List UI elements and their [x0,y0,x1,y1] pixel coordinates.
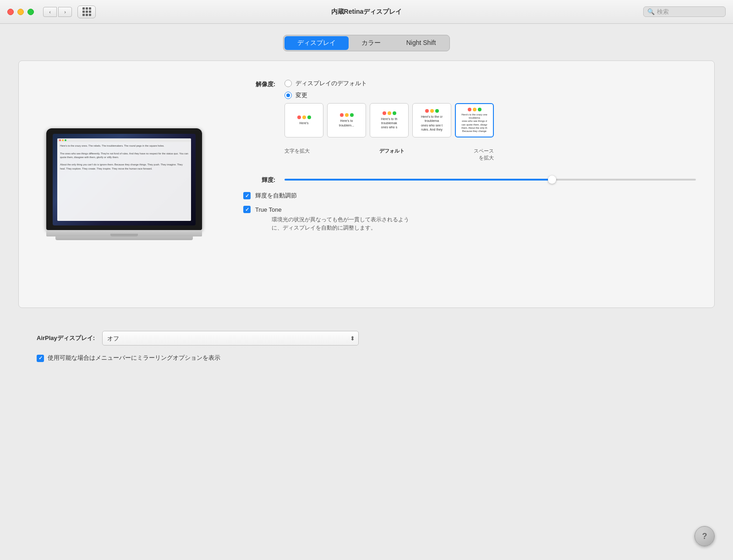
bottom-section: AirPlayディスプレイ: オフ ⬍ ✓ 使用可能な場合はメニューバーにミラー… [18,322,715,371]
res-thumb-2-text: Here's totroublem... [339,119,354,127]
help-button[interactable]: ? [695,526,715,546]
forward-button[interactable]: › [58,7,72,17]
res-thumb-3[interactable]: Here's to thtroublemakones who s [370,103,409,137]
search-input[interactable] [657,8,712,15]
res-thumb-1[interactable]: Here's [284,103,323,137]
resolution-section: 解像度: ディスプレイのデフォルト 変更 [239,79,696,161]
resolution-change-option[interactable]: 変更 [284,91,494,99]
forward-icon: › [64,9,66,15]
brightness-slider[interactable] [284,179,696,181]
resolution-radio-group: ディスプレイのデフォルト 変更 Here's [284,79,494,161]
titlebar: ‹ › 内蔵Retinaディスプレイ 🔍 [0,0,733,24]
true-tone-row: ✓ True Tone 環境光の状況が異なっても色が一貫して表示されるように、デ… [239,205,696,232]
airplay-row: AirPlayディスプレイ: オフ ⬍ [37,331,696,346]
res-thumb-5[interactable]: Here's to the crazy onetroublemaones who… [455,103,494,137]
minimize-button[interactable] [17,9,24,15]
settings-right: 解像度: ディスプレイのデフォルト 変更 [239,75,696,294]
res-thumb-2[interactable]: Here's totroublem... [327,103,366,137]
auto-brightness-row: ✓ 輝度を自動調節 [239,192,696,200]
true-tone-checkbox[interactable]: ✓ [243,206,251,213]
airplay-select[interactable]: オフ [102,331,359,346]
nav-buttons: ‹ › [43,7,72,17]
back-icon: ‹ [49,9,51,15]
auto-brightness-checkbox[interactable]: ✓ [243,192,251,199]
macbook-graphic: Here's to the crazy ones. The rebels. Th… [46,128,202,240]
resolution-default-label: ディスプレイのデフォルト [295,79,367,88]
check-icon: ✓ [245,193,249,199]
res-thumb-4[interactable]: Here's to the crtroublemaones who see tr… [412,103,451,137]
tab-color[interactable]: カラー [349,36,394,50]
window-title: 内蔵Retinaディスプレイ [331,8,402,16]
mirror-option-row: ✓ 使用可能な場合はメニューバーにミラーリングオプションを表示 [37,354,696,362]
macbook-screen: Here's to the crazy ones. The rebels. Th… [53,134,196,225]
macbook-preview: Here's to the crazy ones. The rebels. Th… [37,75,211,294]
res-thumb-1-text: Here's [299,121,308,125]
tab-display[interactable]: ディスプレイ [284,36,349,50]
res-label-center: デフォルト [379,148,405,161]
mirror-label: 使用可能な場合はメニューバーにミラーリングオプションを表示 [48,354,220,362]
resolution-change-label: 変更 [295,91,307,99]
help-icon: ? [702,532,707,541]
back-button[interactable]: ‹ [43,7,57,17]
resolution-labels: 文字を拡大 デフォルト スペースを拡大 [284,148,494,161]
mirror-checkbox[interactable]: ✓ [37,355,44,362]
search-box[interactable]: 🔍 [643,6,726,17]
radio-inner [286,93,290,97]
settings-panel: Here's to the crazy ones. The rebels. Th… [18,60,715,308]
close-button[interactable] [7,9,14,15]
true-tone-section: True Tone 環境光の状況が異なっても色が一貫して表示されるように、ディス… [255,205,409,232]
brightness-thumb[interactable] [548,176,556,184]
tab-night-shift[interactable]: Night Shift [394,36,449,50]
res-thumb-5-text: Here's to the crazy onetroublemaones who… [461,113,487,133]
grid-view-button[interactable] [77,5,96,18]
radio-default[interactable] [284,80,292,87]
res-label-left: 文字を拡大 [284,148,310,161]
resolution-default-option[interactable]: ディスプレイのデフォルト [284,79,494,88]
check-icon-2: ✓ [245,207,249,213]
resolution-thumbnails: Here's Here's totroublem... Here's to th… [284,103,494,137]
airplay-select-wrapper: オフ ⬍ [102,331,359,346]
res-thumb-3-text: Here's to thtroublemakones who s [381,117,398,129]
tabs-container: ディスプレイ カラー Night Shift [18,35,715,51]
traffic-lights [7,9,34,15]
true-tone-label: True Tone [255,206,282,213]
check-icon-3: ✓ [38,355,43,361]
res-label-right: スペースを拡大 [474,148,494,161]
search-icon: 🔍 [647,8,655,15]
radio-change[interactable] [284,92,292,99]
maximize-button[interactable] [27,9,34,15]
true-tone-description: 環境光の状況が異なっても色が一貫して表示されるように、ディスプレイを自動的に調整… [272,215,409,232]
auto-brightness-label: 輝度を自動調節 [255,192,297,200]
tabs: ディスプレイ カラー Night Shift [283,35,450,51]
resolution-label: 解像度: [239,79,275,88]
airplay-label: AirPlayディスプレイ: [37,334,95,342]
res-thumb-4-text: Here's to the crtroublemaones who see tr… [421,115,443,131]
brightness-section: 輝度: [239,175,696,184]
main-content: ディスプレイ カラー Night Shift [0,24,733,385]
brightness-label: 輝度: [239,175,275,184]
grid-icon [82,7,91,16]
